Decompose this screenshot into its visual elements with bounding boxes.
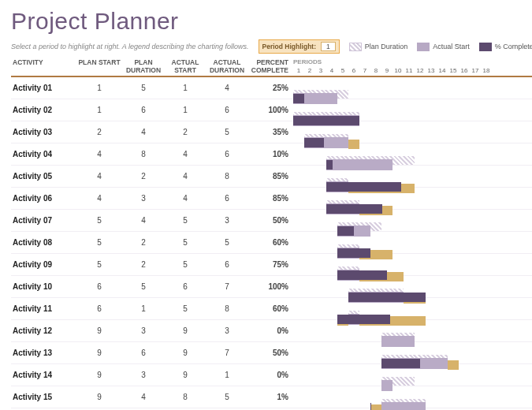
table-row: Activity 09525675% — [11, 254, 532, 276]
cell-activity: Activity 02 — [11, 106, 77, 114]
legend-actual: Actual Start — [417, 43, 470, 51]
bar-complete — [293, 116, 359, 125]
cell-plan-duration: 2 — [121, 172, 166, 181]
bar-complete — [304, 138, 324, 147]
cell-actual-duration: 8 — [205, 172, 249, 181]
header-actual-start: ACTUAL START — [166, 58, 205, 74]
cell-percent-complete: 75% — [249, 260, 293, 269]
cell-activity: Activity 12 — [11, 326, 77, 335]
period-number: 5 — [337, 67, 348, 74]
period-number: 1 — [293, 67, 304, 74]
cell-plan-duration: 5 — [121, 282, 166, 291]
period-number: 2 — [304, 67, 315, 74]
cell-percent-complete: 60% — [249, 304, 293, 313]
cell-plan-start: 6 — [77, 282, 121, 291]
period-number: 12 — [415, 67, 426, 74]
cell-actual-start: 5 — [166, 238, 205, 247]
table-row: Activity 07545350% — [11, 210, 532, 232]
cell-plan-start: 1 — [77, 84, 121, 92]
bar-complete — [348, 293, 426, 302]
cell-plan-duration: 2 — [121, 238, 166, 247]
cell-plan-duration: 4 — [121, 393, 166, 401]
table-row: Activity 11615860% — [11, 298, 532, 320]
cell-activity: Activity 11 — [11, 304, 77, 313]
cell-plan-duration: 2 — [121, 260, 166, 269]
bar-complete — [326, 182, 401, 192]
table-row: Activity 04484610% — [11, 144, 532, 166]
period-number: 11 — [404, 67, 415, 74]
period-number: 8 — [370, 67, 381, 74]
bar-complete — [337, 270, 387, 280]
cell-actual-duration: 8 — [205, 304, 249, 313]
cell-activity: Activity 03 — [11, 128, 77, 136]
cell-plan-start: 5 — [77, 260, 121, 269]
cell-percent-complete: 50% — [249, 348, 293, 357]
cell-plan-start: 4 — [77, 194, 121, 203]
cell-plan-start: 2 — [77, 128, 121, 136]
cell-activity: Activity 04 — [11, 150, 77, 158]
cell-actual-start: 1 — [166, 106, 205, 114]
bar-complete — [337, 226, 354, 236]
page-title: Project Planner — [11, 8, 532, 35]
cell-plan-duration: 3 — [121, 194, 166, 203]
cell-actual-start: 9 — [166, 326, 205, 335]
period-number: 3 — [315, 67, 326, 74]
cell-actual-start: 5 — [166, 216, 205, 225]
swatch-actual-icon — [417, 43, 430, 51]
cell-activity: Activity 13 — [11, 348, 77, 357]
bar-complete — [326, 160, 333, 170]
header-percent-complete: PERCENT COMPLETE — [249, 58, 293, 74]
cell-plan-duration: 5 — [121, 84, 166, 92]
cell-plan-start: 4 — [77, 172, 121, 181]
cell-plan-duration: 4 — [121, 128, 166, 136]
cell-percent-complete: 100% — [249, 282, 293, 291]
cell-actual-duration: 3 — [205, 216, 249, 225]
cell-percent-complete: 25% — [249, 84, 293, 92]
legend-plan: Plan Duration — [349, 43, 408, 51]
cell-plan-start: 9 — [77, 348, 121, 357]
swatch-plan-icon — [349, 43, 362, 51]
cell-actual-duration: 6 — [205, 260, 249, 269]
table-row: Activity 13969750% — [11, 342, 532, 364]
bar-actual — [448, 360, 459, 370]
cell-activity: Activity 10 — [11, 282, 77, 291]
cell-activity: Activity 08 — [11, 238, 77, 247]
cell-actual-duration: 3 — [205, 326, 249, 335]
cell-actual-start: 9 — [166, 371, 205, 379]
bar-overlap — [326, 159, 392, 170]
legend-complete-label: % Complete — [495, 43, 532, 50]
cell-plan-start: 6 — [77, 304, 121, 313]
cell-actual-duration: 6 — [205, 106, 249, 114]
swatch-complete-icon — [479, 43, 492, 51]
table-row: Activity 05424885% — [11, 166, 532, 188]
cell-actual-duration: 4 — [205, 84, 249, 92]
table-row: Activity 06434685% — [11, 188, 532, 210]
table-row: Activity 1594851% — [11, 386, 532, 408]
header-activity: ACTIVITY — [11, 58, 77, 74]
bar-overlap — [381, 402, 426, 411]
cell-percent-complete: 60% — [249, 238, 293, 247]
period-number: 16 — [459, 67, 470, 74]
period-number: 10 — [392, 67, 404, 74]
cell-actual-duration: 7 — [205, 282, 249, 291]
cell-actual-start: 4 — [166, 150, 205, 158]
period-highlight-box[interactable]: Period Highlight: 1 — [259, 39, 340, 54]
cell-actual-start: 8 — [166, 393, 205, 401]
table-row: Activity 03242535% — [11, 121, 532, 144]
period-number: 7 — [359, 67, 370, 74]
bar-actual — [370, 404, 381, 411]
period-highlight-value[interactable]: 1 — [321, 42, 336, 51]
cell-percent-complete: 100% — [249, 106, 293, 114]
table-row: Activity 1293930% — [11, 320, 532, 342]
cell-actual-start: 4 — [166, 172, 205, 181]
cell-plan-start: 9 — [77, 393, 121, 401]
period-number: 13 — [426, 67, 437, 74]
cell-plan-start: 5 — [77, 216, 121, 225]
cell-plan-start: 5 — [77, 238, 121, 247]
bar-overlap — [381, 336, 415, 347]
cell-actual-duration: 5 — [205, 128, 249, 136]
legend-actual-label: Actual Start — [433, 43, 470, 50]
cell-actual-start: 2 — [166, 128, 205, 136]
cell-plan-duration: 8 — [121, 150, 166, 158]
cell-actual-duration: 7 — [205, 348, 249, 357]
